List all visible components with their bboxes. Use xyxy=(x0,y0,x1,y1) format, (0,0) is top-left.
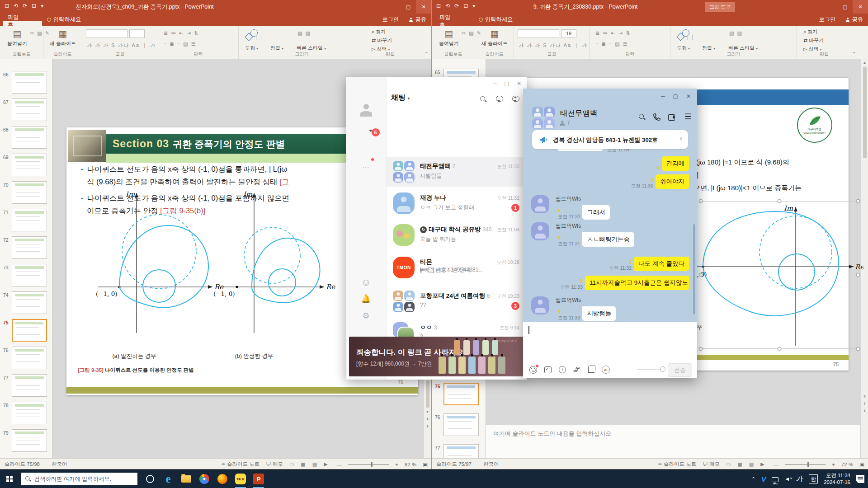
chat-list-item[interactable]: ↻ 재경 누나 ㅇㅋ 그거 보고 정할래 오전 11:32 1 xyxy=(387,188,527,218)
font-name-input[interactable] xyxy=(86,29,127,38)
settings-gear-icon[interactable]: ⚙ xyxy=(362,311,369,321)
slide-thumbnail[interactable]: 69 xyxy=(0,153,52,179)
ai-icon[interactable]: AI xyxy=(601,366,610,374)
pinned-notice[interactable]: 경북 경산시 임당동 643-1 뉴젠빌 302호 ∨ xyxy=(532,130,688,149)
schedule-icon[interactable] xyxy=(543,366,552,374)
share-button[interactable]: 공유 xyxy=(840,14,868,26)
chat-scrollbar[interactable] xyxy=(693,224,695,314)
capture-crop-icon[interactable] xyxy=(587,366,595,374)
memo-toggle[interactable]: 🗩 메모 xyxy=(703,461,720,468)
chat-list-item[interactable]: ↻ 포항포대 24년 여름여행 6 ?? 오전 10:23 3 xyxy=(387,286,527,316)
sender-avatar[interactable] xyxy=(531,195,549,213)
kakaotalk-icon[interactable]: TALK xyxy=(231,470,250,488)
new-chat-icon[interactable] xyxy=(512,96,519,102)
font-size-slider[interactable] xyxy=(637,369,663,370)
arrange-button[interactable]: 정렬 ▾ xyxy=(270,45,283,52)
selection-handle[interactable] xyxy=(699,273,703,277)
slide-thumbnail[interactable]: 70 xyxy=(0,180,52,206)
font-size-input[interactable]: 19 xyxy=(561,29,576,38)
cortana-icon[interactable] xyxy=(141,470,159,488)
slide-thumbnail[interactable]: 67 xyxy=(0,98,52,124)
slide-thumbnail[interactable]: 73 xyxy=(0,263,52,289)
minimize-button[interactable]: ─ xyxy=(385,0,401,14)
align-buttons[interactable]: ≡ ≣ ≡ ▤ ☰ xyxy=(164,41,197,47)
notifications-bell-icon[interactable]: 🔔 xyxy=(361,294,371,304)
notes-pane[interactable]: 여기에 슬라이드 노트의 내용을 입력하십시오 xyxy=(486,425,860,458)
zoom-out-button[interactable]: — xyxy=(774,462,779,467)
search-icon[interactable] xyxy=(638,113,646,121)
undo-icon[interactable]: ⟲ xyxy=(445,3,450,9)
message-input-area[interactable]: 🖇 AI 전송 xyxy=(523,322,697,378)
list-indent-buttons[interactable]: ≣ ≔ ⇤ ⇥ ⇅ xyxy=(164,30,199,36)
view-buttons[interactable]: ▭ ▦ ▤ ▶ xyxy=(726,461,767,467)
replace-button[interactable]: ⇄ 바꾸기 xyxy=(803,37,824,44)
send-button[interactable]: 전송 xyxy=(668,363,692,377)
slideshow-icon[interactable]: ⊟ xyxy=(32,3,36,9)
taskbar-search-input[interactable]: 검색하려면 여기에 입력하세요. xyxy=(21,473,137,485)
start-button[interactable] xyxy=(6,476,13,483)
view-buttons[interactable]: ▭ ▦ ▤ ▶ xyxy=(289,461,330,467)
slideshow-icon[interactable]: ⊟ xyxy=(463,3,468,9)
fit-to-window-icon[interactable]: ▣ xyxy=(423,461,428,468)
zoom-in-button[interactable]: + xyxy=(832,462,835,467)
chat-list-item[interactable]: TMON ↻ 티몬 [티몬] 배송지연 안내 ▶배송번호 : 149544381… xyxy=(387,253,527,286)
shapes-button[interactable]: 도형 ▾ xyxy=(677,45,690,52)
collapse-ribbon-icon[interactable]: ⌃ xyxy=(425,51,429,57)
style-swatches[interactable]: ▧ ▨ xyxy=(729,30,743,36)
share-button[interactable]: 공유 xyxy=(404,14,431,26)
emoticon-icon[interactable] xyxy=(529,366,538,374)
previous-slide-icon[interactable]: ⇞ xyxy=(424,416,431,423)
notes-toggle[interactable]: ≐ 슬라이드 노트 xyxy=(221,461,259,468)
zoom-slider[interactable] xyxy=(785,464,826,465)
zoom-level[interactable]: 82 % xyxy=(405,462,416,467)
find-button[interactable]: ⌕ 찾기 xyxy=(803,28,817,35)
redo-icon[interactable]: ⟳ xyxy=(454,3,459,9)
sender-avatar[interactable] xyxy=(531,296,549,314)
ime-korean-indicator[interactable]: 한 xyxy=(809,474,818,483)
ime-a-indicator[interactable]: 가 xyxy=(796,474,803,484)
attach-file-icon[interactable]: 🖇 xyxy=(572,366,581,374)
list-indent-buttons[interactable]: ≣ ≔ ⇤ ⇥ ⇅ xyxy=(595,30,631,36)
font-name-input[interactable] xyxy=(518,29,559,38)
slide-thumbnail[interactable]: 71 xyxy=(0,208,52,234)
hidden-icons-chevron[interactable]: ⌃ xyxy=(751,476,755,482)
notes-toggle[interactable]: ≐ 슬라이드 노트 xyxy=(658,461,696,468)
slide-thumbnail[interactable]: 77 xyxy=(0,373,52,399)
login-button[interactable]: 로그인 xyxy=(377,14,404,26)
edge-icon[interactable]: e xyxy=(159,470,177,488)
collapse-ribbon-icon[interactable]: ⌃ xyxy=(852,51,856,57)
align-buttons[interactable]: ≡ ≣ ≡ ▤ ☰ xyxy=(595,41,628,47)
close-button[interactable]: ✕ xyxy=(416,0,431,14)
selection-handle[interactable] xyxy=(699,199,703,203)
login-button[interactable]: 로그인 xyxy=(814,14,841,26)
firefox-icon[interactable] xyxy=(213,470,231,488)
paste-button[interactable]: ▤붙여넣기 xyxy=(436,28,462,47)
chevron-down-icon[interactable]: ∨ xyxy=(679,136,683,141)
more-tab-icon[interactable]: ⋯ xyxy=(363,164,370,172)
new-slide-button[interactable]: ▦새 슬라이드 xyxy=(479,28,510,47)
shapes-button[interactable]: 도형 ▾ xyxy=(245,45,258,52)
find-button[interactable]: ⌕ 찾기 xyxy=(372,28,386,35)
friends-tab-icon[interactable] xyxy=(360,104,372,118)
next-slide-icon[interactable]: ⇟ xyxy=(424,423,431,430)
taskbar-clock[interactable]: 오전 11:34 2024-07-16 xyxy=(824,472,850,486)
previous-slide-icon[interactable]: ⇞ xyxy=(861,400,868,408)
selection-handle[interactable] xyxy=(778,347,781,351)
tellme-tab[interactable]: 입력하세요 xyxy=(42,14,86,26)
chat-filter-icon[interactable] xyxy=(496,96,503,102)
slide-thumbnail[interactable]: 68 xyxy=(0,125,52,151)
selection-handle[interactable] xyxy=(699,347,703,351)
selection-handle[interactable] xyxy=(856,273,860,277)
maximize-button[interactable]: ▢ xyxy=(401,0,416,14)
quick-style-button[interactable]: 빠른 스타일 ▾ xyxy=(728,45,758,52)
minimize-button[interactable]: ─ xyxy=(822,0,837,14)
search-icon[interactable] xyxy=(480,96,487,103)
language-indicator[interactable]: 한국어 xyxy=(483,461,499,468)
slide-thumbnail[interactable]: 75 xyxy=(0,318,52,344)
chrome-icon[interactable] xyxy=(195,470,213,488)
volume-muted-icon[interactable]: ◄ xyxy=(784,476,790,482)
emoticon-icon[interactable]: ☺ xyxy=(361,277,371,288)
v3-antivirus-icon[interactable]: V xyxy=(761,475,766,483)
quick-style-button[interactable]: 빠른 스타일 ▾ xyxy=(297,45,326,52)
slide-thumbnail[interactable]: 66 xyxy=(0,70,52,96)
